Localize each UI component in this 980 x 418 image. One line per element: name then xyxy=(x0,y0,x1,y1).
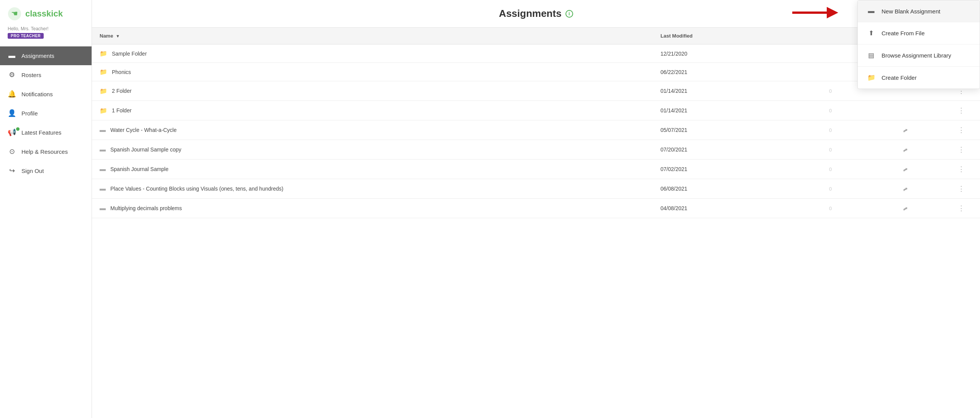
table-row: 📁 Phonics 06/22/2021 xyxy=(92,63,980,81)
file-row-icon: ▬ xyxy=(100,185,106,192)
sidebar-item-notifications[interactable]: 🔔 Notifications xyxy=(0,84,92,104)
count-value: 0 xyxy=(829,108,832,114)
cell-name: ▬ Spanish Journal Sample copy xyxy=(92,140,653,160)
dropdown-label-browse-library: Browse Assignment Library xyxy=(882,52,951,59)
new-feature-dot xyxy=(16,127,20,131)
cell-count: 0 xyxy=(793,120,868,140)
assignment-name: 2 Folder xyxy=(112,88,131,94)
assignment-name: Water Cycle - What-a-Cycle xyxy=(110,127,177,133)
logo-text: classkick xyxy=(25,9,63,19)
sidebar-label-help-resources: Help & Resources xyxy=(21,148,68,155)
cell-name: 📁 1 Folder xyxy=(92,101,653,120)
more-options-icon[interactable]: ⋮ xyxy=(958,107,965,114)
cell-menu: ⋮ xyxy=(942,140,980,160)
dropdown-label-create-from-file: Create From File xyxy=(882,30,925,36)
more-options-icon[interactable]: ⋮ xyxy=(958,146,965,153)
cell-count: 0 xyxy=(793,160,868,179)
dropdown-item-create-from-file[interactable]: ⬆ Create From File xyxy=(858,22,980,44)
cell-share: ➦ xyxy=(868,120,942,140)
cell-modified: 07/02/2021 xyxy=(653,160,793,179)
more-options-icon[interactable]: ⋮ xyxy=(958,204,965,212)
cell-modified: 06/22/2021 xyxy=(653,63,793,81)
sidebar-item-latest-features[interactable]: 📢 Latest Features xyxy=(0,123,92,142)
sidebar: ☚ classkick Hello, Mrs. Teacher! PRO TEA… xyxy=(0,0,92,418)
more-options-icon[interactable]: ⋮ xyxy=(958,165,965,173)
cell-share xyxy=(868,101,942,120)
profile-icon: 👤 xyxy=(8,109,16,117)
col-header-name[interactable]: Name ▼ xyxy=(92,28,653,44)
dropdown-item-create-folder[interactable]: 📁 Create Folder xyxy=(858,67,980,89)
assignment-name: Sample Folder xyxy=(112,51,147,57)
cell-name: ▬ Multiplying decimals problems xyxy=(92,199,653,218)
file-row-icon: ▬ xyxy=(100,146,106,153)
dropdown-item-new-blank[interactable]: ▬ New Blank Assignment xyxy=(858,0,980,22)
sort-icon: ▼ xyxy=(116,34,120,38)
count-value: 0 xyxy=(829,166,832,172)
sidebar-label-notifications: Notifications xyxy=(21,91,53,97)
cell-name: ▬ Spanish Journal Sample xyxy=(92,160,653,179)
cell-name: ▬ Place Values - Counting Blocks using V… xyxy=(92,179,653,199)
info-icon[interactable]: i xyxy=(565,10,573,18)
create-dropdown-menu: ▬ New Blank Assignment ⬆ Create From Fil… xyxy=(857,0,980,89)
file-row-icon: ▬ xyxy=(100,127,106,133)
share-icon[interactable]: ➦ xyxy=(901,145,909,154)
more-options-icon[interactable]: ⋮ xyxy=(958,185,965,193)
library-icon: ▤ xyxy=(867,51,875,59)
cell-name: 📁 2 Folder xyxy=(92,81,653,101)
share-icon[interactable]: ➦ xyxy=(901,184,909,193)
cell-menu: ⋮ xyxy=(942,160,980,179)
assignment-name: Place Values - Counting Blocks using Vis… xyxy=(110,186,284,192)
assignments-table: Name ▼ Last Modified 📁 Sample Folder xyxy=(92,28,980,218)
cell-count: 0 xyxy=(793,81,868,101)
cell-menu: ⋮ xyxy=(942,179,980,199)
sidebar-label-latest-features: Latest Features xyxy=(21,129,61,136)
assignment-name: Spanish Journal Sample xyxy=(110,166,169,172)
sidebar-label-profile: Profile xyxy=(21,110,38,117)
cell-modified: 05/07/2021 xyxy=(653,120,793,140)
col-modified-label: Last Modified xyxy=(660,33,693,39)
sidebar-item-rosters[interactable]: ⚙ Rosters xyxy=(0,65,92,84)
sidebar-item-profile[interactable]: 👤 Profile xyxy=(0,104,92,123)
sidebar-item-sign-out[interactable]: ↪ Sign Out xyxy=(0,161,92,180)
svg-text:☚: ☚ xyxy=(11,9,18,18)
cell-count: 0 xyxy=(793,140,868,160)
share-icon[interactable]: ➦ xyxy=(901,126,909,135)
help-icon: ⊙ xyxy=(8,147,16,156)
col-name-label: Name xyxy=(100,33,113,39)
sidebar-label-sign-out: Sign Out xyxy=(21,168,44,174)
dropdown-item-browse-library[interactable]: ▤ Browse Assignment Library xyxy=(858,44,980,67)
cell-name: 📁 Sample Folder xyxy=(92,44,653,63)
assignments-icon: ▬ xyxy=(8,52,16,60)
count-value: 0 xyxy=(829,206,832,211)
table-row: ▬ Water Cycle - What-a-Cycle 05/07/2021 … xyxy=(92,120,980,140)
sidebar-label-assignments: Assignments xyxy=(21,53,54,59)
folder-row-icon: 📁 xyxy=(100,107,107,114)
count-value: 0 xyxy=(829,127,832,133)
new-blank-icon: ▬ xyxy=(867,7,875,15)
main-content: Assignments i Name ▼ Last Modified xyxy=(92,0,980,418)
share-icon[interactable]: ➦ xyxy=(901,165,909,174)
folder-icon: 📁 xyxy=(867,74,875,82)
share-icon[interactable]: ➦ xyxy=(901,204,909,213)
dropdown-label-create-folder: Create Folder xyxy=(882,74,917,81)
megaphone-icon: 📢 xyxy=(8,128,16,137)
table-row: 📁 2 Folder 01/14/2021 0 ⋮ xyxy=(92,81,980,101)
file-row-icon: ▬ xyxy=(100,166,106,173)
more-options-icon[interactable]: ⋮ xyxy=(958,126,965,134)
red-arrow xyxy=(792,3,838,22)
sidebar-label-rosters: Rosters xyxy=(21,72,41,78)
sidebar-nav: ▬ Assignments ⚙ Rosters 🔔 Notifications … xyxy=(0,46,92,418)
cell-menu: ⋮ xyxy=(942,120,980,140)
table-row: ▬ Place Values - Counting Blocks using V… xyxy=(92,179,980,199)
user-info: Hello, Mrs. Teacher! PRO TEACHER xyxy=(0,25,92,43)
col-header-count xyxy=(793,28,868,44)
sidebar-item-help-resources[interactable]: ⊙ Help & Resources xyxy=(0,142,92,161)
file-row-icon: ▬ xyxy=(100,205,106,212)
sidebar-item-assignments[interactable]: ▬ Assignments xyxy=(0,46,92,65)
table-row: 📁 1 Folder 01/14/2021 0 ⋮ xyxy=(92,101,980,120)
cell-share: ➦ xyxy=(868,140,942,160)
cell-modified: 01/14/2021 xyxy=(653,81,793,101)
count-value: 0 xyxy=(829,88,832,94)
svg-marker-3 xyxy=(827,7,838,18)
cell-name: 📁 Phonics xyxy=(92,63,653,81)
